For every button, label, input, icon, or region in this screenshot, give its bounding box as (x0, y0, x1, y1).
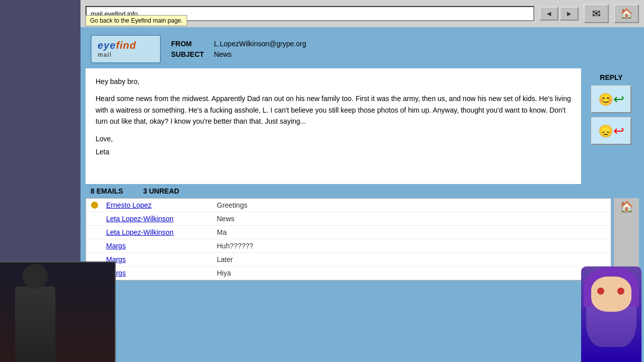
home-button[interactable]: 🏠 (614, 4, 639, 23)
email-count: 8 EMAILS (91, 187, 123, 195)
browser-chrome: Go back to the Eyefind main page. ◄ ► ✉ … (80, 0, 644, 362)
email-list: Ernesto LopezGreetingsLeta Lopez-Wilkins… (86, 198, 611, 281)
anime-character (579, 261, 644, 362)
email-subject: News (217, 215, 234, 223)
webcam-overlay (0, 261, 116, 362)
email-body-container: Hey baby bro, Heard some news from the m… (86, 68, 639, 184)
email-list-header: 8 EMAILS 3 UNREAD (86, 184, 639, 198)
tooltip: Go back to the Eyefind main page. (86, 15, 187, 26)
body-signature: Leta (96, 146, 571, 157)
reply-sad-button[interactable]: 😞↩ (591, 117, 631, 145)
email-header: eyefind mail FROM SUBJECT L.LopezWilkins… (86, 32, 639, 66)
reply-panel: REPLY 😊↩ 😞↩ (584, 68, 639, 184)
subject-label: SUBJECT (171, 50, 204, 58)
email-row[interactable]: Ernesto LopezGreetings (86, 199, 611, 212)
nav-buttons: ◄ ► (539, 7, 579, 21)
email-sender[interactable]: Margs (106, 269, 217, 277)
subject-value: News (214, 50, 306, 58)
eyefind-logo: eyefind mail (91, 35, 161, 63)
email-sender[interactable]: Leta Lopez-Wilkinson (106, 215, 217, 223)
sad-reply-icon: 😞↩ (598, 123, 624, 139)
body-paragraph: Heard some news from the midwest. Appare… (96, 93, 571, 127)
email-sender[interactable]: Margs (106, 242, 217, 250)
forward-button[interactable]: ► (559, 7, 579, 21)
content-area: eyefind mail FROM SUBJECT L.LopezWilkins… (80, 27, 644, 362)
email-subject: Ma (217, 228, 226, 236)
reply-label: REPLY (600, 73, 622, 81)
email-sender[interactable]: Leta Lopez-Wilkinson (106, 228, 217, 236)
body-closing: Love, (96, 133, 571, 144)
toolbar: Go back to the Eyefind main page. ◄ ► ✉ … (80, 0, 644, 27)
email-sender[interactable]: Margs (106, 255, 217, 263)
field-values: L.LopezWilkinson@grype.org News (214, 40, 306, 58)
body-greeting: Hey baby bro, (96, 76, 571, 87)
reply-happy-button[interactable]: 😊↩ (591, 85, 631, 113)
back-button[interactable]: ◄ (539, 7, 558, 21)
email-row[interactable]: MargsLater (86, 253, 611, 266)
unread-dot (91, 202, 98, 209)
unread-count: 3 UNREAD (143, 187, 180, 195)
happy-reply-icon: 😊↩ (598, 92, 624, 107)
from-subject-block: FROM SUBJECT L.LopezWilkinson@grype.org … (171, 40, 306, 58)
from-value: L.LopezWilkinson@grype.org (214, 40, 306, 48)
anime-avatar (581, 266, 641, 362)
email-body: Hey baby bro, Heard some news from the m… (86, 68, 581, 184)
field-labels: FROM SUBJECT (171, 40, 204, 58)
email-subject: Huh?????? (217, 242, 253, 250)
email-subject: Later (217, 255, 233, 263)
list-home-icon[interactable]: 🏠 (620, 201, 633, 214)
home-icon: 🏠 (620, 8, 633, 20)
unread-indicator (91, 202, 106, 209)
email-sender[interactable]: Ernesto Lopez (106, 201, 217, 209)
email-button[interactable]: ✉ (584, 4, 609, 23)
webcam-feed (0, 262, 115, 362)
email-icon: ✉ (592, 8, 601, 20)
from-label: FROM (171, 40, 204, 48)
email-row[interactable]: Leta Lopez-WilkinsonMa (86, 226, 611, 239)
logo-text: eyefind (98, 40, 136, 51)
email-subject: Hiya (217, 269, 231, 277)
email-row[interactable]: MargsHuh?????? (86, 239, 611, 253)
email-row[interactable]: MargsHiya (86, 266, 611, 280)
email-subject: Greetings (217, 201, 248, 209)
email-list-container: Ernesto LopezGreetingsLeta Lopez-Wilkins… (86, 198, 639, 281)
logo-mail: mail (98, 51, 154, 58)
email-row[interactable]: Leta Lopez-WilkinsonNews (86, 212, 611, 226)
